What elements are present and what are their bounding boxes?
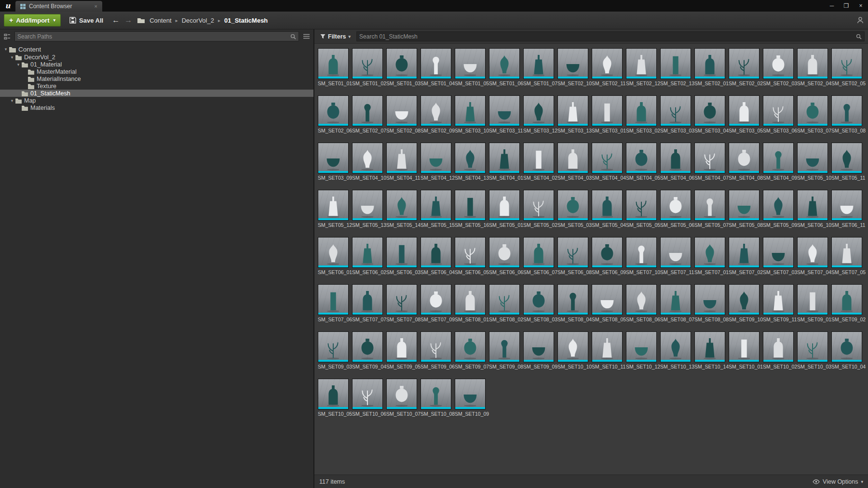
asset-tile[interactable]: SM_SET03_01 xyxy=(592,95,623,133)
asset-tile[interactable]: SM_SET02_04 xyxy=(797,48,828,86)
asset-tile[interactable]: SM_SET04_08 xyxy=(729,143,760,181)
search-assets-input[interactable] xyxy=(359,33,854,40)
asset-tile[interactable]: SM_SET09_08 xyxy=(489,331,520,369)
asset-tile[interactable]: SM_SET01_03 xyxy=(386,48,417,86)
asset-tile[interactable]: SM_SET10_13 xyxy=(660,331,691,369)
tree-item-materialinstance[interactable]: MaterialInstance xyxy=(0,75,313,82)
tree-expand-arrow-icon[interactable]: ▾ xyxy=(3,47,9,52)
asset-tile[interactable]: SM_SET10_01 xyxy=(729,331,760,369)
tree-item-texture[interactable]: Texture xyxy=(0,82,313,90)
asset-tile[interactable]: SM_SET07_03 xyxy=(763,237,794,275)
tab-close-icon[interactable]: × xyxy=(88,3,97,9)
asset-tile[interactable]: SM_SET05_11 xyxy=(831,143,862,181)
asset-tile[interactable]: SM_SET01_05 xyxy=(455,48,486,86)
close-button[interactable]: × xyxy=(854,0,868,12)
asset-tile[interactable]: SM_SET02_12 xyxy=(626,48,657,86)
asset-tile[interactable]: SM_SET03_04 xyxy=(694,95,725,133)
asset-tile[interactable]: SM_SET05_06 xyxy=(660,190,691,228)
asset-tile[interactable]: SM_SET03_13 xyxy=(557,95,588,133)
asset-tile[interactable]: SM_SET10_12 xyxy=(626,331,657,369)
asset-tile[interactable]: SM_SET07_09 xyxy=(420,284,451,322)
tree-item-decorvol_2[interactable]: ▾DecorVol_2 xyxy=(0,53,313,61)
asset-tile[interactable]: SM_SET02_06 xyxy=(318,95,349,133)
asset-tile[interactable]: SM_SET03_03 xyxy=(660,95,691,133)
asset-tile[interactable]: SM_SET09_04 xyxy=(352,331,383,369)
asset-tile[interactable]: SM_SET03_11 xyxy=(489,95,520,133)
asset-tile[interactable]: SM_SET03_09 xyxy=(318,143,349,181)
asset-tile[interactable]: SM_SET10_10 xyxy=(557,331,588,369)
asset-tile[interactable]: SM_SET05_10 xyxy=(797,143,828,181)
asset-tile[interactable]: SM_SET09_03 xyxy=(318,331,349,369)
asset-tile[interactable]: SM_SET06_06 xyxy=(489,237,520,275)
asset-tile[interactable]: SM_SET10_04 xyxy=(831,331,862,369)
breadcrumb-staticmesh[interactable]: 01_StaticMesh xyxy=(224,17,268,24)
tab-content-browser[interactable]: Content Browser × xyxy=(15,1,102,12)
asset-tile[interactable]: SM_SET08_07 xyxy=(660,284,691,322)
asset-tile[interactable]: SM_SET08_02 xyxy=(489,284,520,322)
asset-tile[interactable]: SM_SET10_03 xyxy=(797,331,828,369)
asset-tile[interactable]: SM_SET04_03 xyxy=(557,143,588,181)
asset-tile[interactable]: SM_SET09_10 xyxy=(729,284,760,322)
view-options-button[interactable]: View Options ▾ xyxy=(813,478,863,485)
asset-tile[interactable]: SM_SET06_01 xyxy=(318,237,349,275)
asset-tile[interactable]: SM_SET05_13 xyxy=(352,190,383,228)
asset-tile[interactable]: SM_SET01_01 xyxy=(318,48,349,86)
asset-tile[interactable]: SM_SET05_01 xyxy=(489,190,520,228)
asset-tile[interactable]: SM_SET06_11 xyxy=(831,190,862,228)
asset-tile[interactable]: SM_SET08_04 xyxy=(557,284,588,322)
asset-tile[interactable]: SM_SET02_05 xyxy=(831,48,862,86)
asset-tile[interactable]: SM_SET03_02 xyxy=(626,95,657,133)
asset-tile[interactable]: SM_SET02_09 xyxy=(420,95,451,133)
asset-tile[interactable]: SM_SET10_05 xyxy=(318,379,349,417)
asset-tile[interactable]: SM_SET02_03 xyxy=(763,48,794,86)
tree-item-content[interactable]: ▾Content xyxy=(0,45,313,53)
asset-tile[interactable]: SM_SET02_02 xyxy=(729,48,760,86)
asset-tile[interactable]: SM_SET02_08 xyxy=(386,95,417,133)
asset-tile[interactable]: SM_SET05_09 xyxy=(763,190,794,228)
asset-tile[interactable]: SM_SET10_02 xyxy=(763,331,794,369)
asset-tile[interactable]: SM_SET06_09 xyxy=(592,237,623,275)
asset-tile[interactable]: SM_SET02_11 xyxy=(592,48,623,86)
tree-expand-arrow-icon[interactable]: ▾ xyxy=(9,55,15,60)
asset-tile[interactable]: SM_SET06_03 xyxy=(386,237,417,275)
asset-tile[interactable]: SM_SET04_09 xyxy=(763,143,794,181)
asset-tile[interactable]: SM_SET09_11 xyxy=(763,284,794,322)
search-paths-input[interactable] xyxy=(17,33,288,40)
breadcrumb-content[interactable]: Content xyxy=(149,17,172,24)
asset-tile[interactable]: SM_SET01_06 xyxy=(489,48,520,86)
asset-tile[interactable]: SM_SET02_01 xyxy=(694,48,725,86)
asset-tile[interactable]: SM_SET02_13 xyxy=(660,48,691,86)
asset-tile[interactable]: SM_SET09_02 xyxy=(831,284,862,322)
asset-tile[interactable]: SM_SET05_15 xyxy=(420,190,451,228)
asset-tile[interactable]: SM_SET10_11 xyxy=(592,331,623,369)
asset-tile[interactable]: SM_SET03_06 xyxy=(763,95,794,133)
asset-tile[interactable]: SM_SET07_02 xyxy=(729,237,760,275)
asset-tile[interactable]: SM_SET10_14 xyxy=(694,331,725,369)
asset-tile[interactable]: SM_SET01_07 xyxy=(523,48,554,86)
asset-tile[interactable]: SM_SET08_08 xyxy=(694,284,725,322)
asset-tile[interactable]: SM_SET03_12 xyxy=(523,95,554,133)
asset-tile[interactable]: SM_SET04_10 xyxy=(352,143,383,181)
asset-tile[interactable]: SM_SET08_01 xyxy=(455,284,486,322)
asset-tile[interactable]: SM_SET10_09 xyxy=(455,379,486,417)
asset-tile[interactable]: SM_SET07_01 xyxy=(694,237,725,275)
asset-tile[interactable]: SM_SET10_07 xyxy=(386,379,417,417)
asset-tile[interactable]: SM_SET04_07 xyxy=(694,143,725,181)
asset-tile[interactable]: SM_SET06_05 xyxy=(455,237,486,275)
maximize-button[interactable]: ❐ xyxy=(839,0,854,12)
breadcrumb-decorvol2[interactable]: DecorVol_2 xyxy=(182,17,214,24)
forward-arrow-button[interactable]: → xyxy=(124,16,132,24)
asset-tile[interactable]: SM_SET03_10 xyxy=(455,95,486,133)
asset-tile[interactable]: SM_SET06_10 xyxy=(797,190,828,228)
asset-tile[interactable]: SM_SET05_08 xyxy=(729,190,760,228)
asset-tile[interactable]: SM_SET02_07 xyxy=(352,95,383,133)
asset-tile[interactable]: SM_SET05_04 xyxy=(592,190,623,228)
source-control-icon[interactable] xyxy=(856,16,864,24)
asset-tile[interactable]: SM_SET09_01 xyxy=(797,284,828,322)
asset-tile[interactable]: SM_SET06_02 xyxy=(352,237,383,275)
asset-tile[interactable]: SM_SET05_12 xyxy=(318,190,349,228)
asset-tile[interactable]: SM_SET05_14 xyxy=(386,190,417,228)
asset-tile[interactable]: SM_SET01_02 xyxy=(352,48,383,86)
asset-tile[interactable]: SM_SET06_08 xyxy=(557,237,588,275)
minimize-button[interactable]: ─ xyxy=(825,0,839,12)
